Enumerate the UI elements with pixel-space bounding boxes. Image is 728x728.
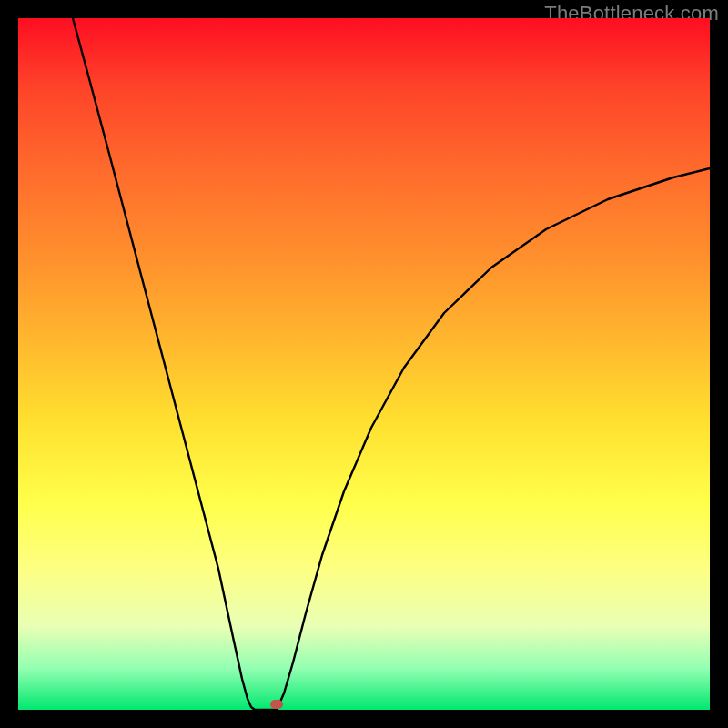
bottleneck-curve: [18, 18, 710, 710]
chart-frame: TheBottleneck.com: [0, 0, 728, 728]
optimal-point-marker: [270, 700, 283, 709]
